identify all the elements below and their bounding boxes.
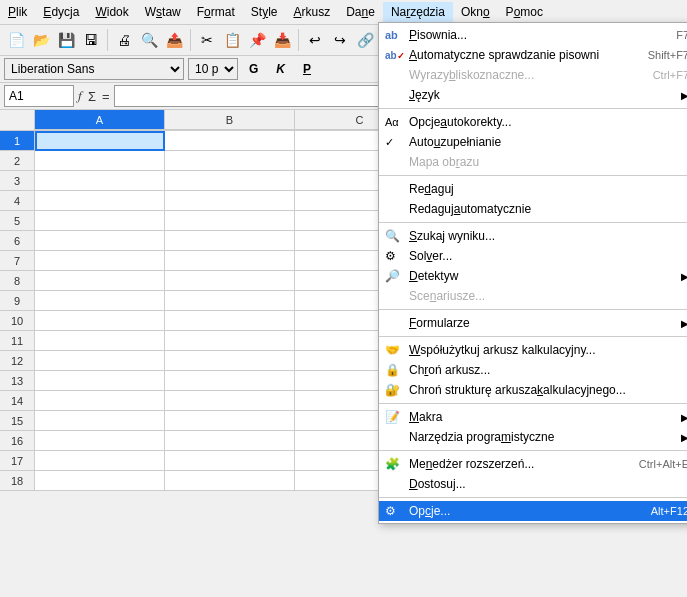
cell-a17[interactable]	[35, 451, 165, 471]
menu-solver[interactable]: ⚙ Solver...	[379, 246, 687, 266]
row-header-16[interactable]: 16	[0, 431, 35, 451]
cell-a2[interactable]	[35, 151, 165, 171]
cell-b14[interactable]	[165, 391, 295, 411]
cell-b15[interactable]	[165, 411, 295, 431]
row-header-18[interactable]: 18	[0, 471, 35, 491]
cell-a16[interactable]	[35, 431, 165, 451]
cell-a4[interactable]	[35, 191, 165, 211]
cell-b8[interactable]	[165, 271, 295, 291]
cell-b16[interactable]	[165, 431, 295, 451]
menu-redaguj[interactable]: Redaguj	[379, 179, 687, 199]
hyperlink-button[interactable]: 🔗	[353, 28, 377, 52]
cell-a15[interactable]	[35, 411, 165, 431]
menu-redaguj-auto[interactable]: Redaguj automatycznie	[379, 199, 687, 219]
row-header-3[interactable]: 3	[0, 171, 35, 191]
bold-button[interactable]: G	[242, 58, 265, 80]
cell-b11[interactable]	[165, 331, 295, 351]
italic-button[interactable]: K	[269, 58, 292, 80]
menu-format[interactable]: Format	[189, 2, 243, 22]
menu-dostosuj[interactable]: Dostosuj...	[379, 474, 687, 494]
new-button[interactable]: 📄	[4, 28, 28, 52]
row-header-13[interactable]: 13	[0, 371, 35, 391]
menu-wstaw[interactable]: Wstaw	[137, 2, 189, 22]
cell-a7[interactable]	[35, 251, 165, 271]
menu-mapa-obrazu[interactable]: Mapa obrazu	[379, 152, 687, 172]
row-header-6[interactable]: 6	[0, 231, 35, 251]
cell-b13[interactable]	[165, 371, 295, 391]
menu-opcje[interactable]: ⚙ Opcje...Alt+F12	[379, 501, 687, 521]
menu-menedzer-rozszerzen[interactable]: 🧩 Menedżer rozszerzeń...Ctrl+Alt+E	[379, 454, 687, 474]
open-button[interactable]: 📂	[29, 28, 53, 52]
menu-widok[interactable]: Widok	[87, 2, 136, 22]
col-header-b[interactable]: B	[165, 110, 295, 130]
menu-plik[interactable]: Plik	[0, 2, 35, 22]
cell-a11[interactable]	[35, 331, 165, 351]
row-header-1[interactable]: 1	[0, 131, 35, 151]
redo-button[interactable]: ↪	[328, 28, 352, 52]
cell-a8[interactable]	[35, 271, 165, 291]
row-header-10[interactable]: 10	[0, 311, 35, 331]
menu-detektyw[interactable]: 🔎 Detektyw▶	[379, 266, 687, 286]
print-button[interactable]: 🖨	[112, 28, 136, 52]
row-header-8[interactable]: 8	[0, 271, 35, 291]
paste-button[interactable]: 📌	[245, 28, 269, 52]
row-header-9[interactable]: 9	[0, 291, 35, 311]
menu-style[interactable]: Style	[243, 2, 286, 22]
menu-makra[interactable]: 📝 Makra▶	[379, 407, 687, 427]
function-wizard-icon[interactable]: 𝑓	[76, 88, 84, 104]
cell-a5[interactable]	[35, 211, 165, 231]
cell-a18[interactable]	[35, 471, 165, 491]
cell-b6[interactable]	[165, 231, 295, 251]
cell-a10[interactable]	[35, 311, 165, 331]
row-header-2[interactable]: 2	[0, 151, 35, 171]
menu-autokorekta[interactable]: Aα Opcje autokorekty...	[379, 112, 687, 132]
menu-autouzupelnianie[interactable]: ✓ Autouzupełnianie	[379, 132, 687, 152]
row-header-12[interactable]: 12	[0, 351, 35, 371]
cell-ref-input[interactable]	[4, 85, 74, 107]
menu-scenariusze[interactable]: Scenariusze...	[379, 286, 687, 306]
menu-okno[interactable]: Okno	[453, 2, 498, 22]
row-header-4[interactable]: 4	[0, 191, 35, 211]
paste2-button[interactable]: 📥	[270, 28, 294, 52]
sum-icon[interactable]: Σ	[86, 89, 98, 104]
cell-b10[interactable]	[165, 311, 295, 331]
col-header-a[interactable]: A	[35, 110, 165, 130]
menu-edycja[interactable]: Edycja	[35, 2, 87, 22]
menu-wspoluzytkuj[interactable]: 🤝 Współużytkuj arkusz kalkulacyjny...	[379, 340, 687, 360]
cell-b2[interactable]	[165, 151, 295, 171]
equals-icon[interactable]: =	[100, 89, 112, 104]
cell-a6[interactable]	[35, 231, 165, 251]
copy-button[interactable]: 📋	[220, 28, 244, 52]
font-size-select[interactable]: 10 pkt	[188, 58, 238, 80]
cell-a9[interactable]	[35, 291, 165, 311]
menu-dane[interactable]: Dane	[338, 2, 383, 22]
menu-arkusz[interactable]: Arkusz	[285, 2, 338, 22]
row-header-11[interactable]: 11	[0, 331, 35, 351]
menu-pomoc[interactable]: Pomoc	[498, 2, 551, 22]
menu-auto-spellcheck[interactable]: ab✓ Automatyczne sprawdzanie pisowniShif…	[379, 45, 687, 65]
cell-a12[interactable]	[35, 351, 165, 371]
cell-b5[interactable]	[165, 211, 295, 231]
menu-pisownia[interactable]: ab Pisownia...F7	[379, 25, 687, 45]
row-header-7[interactable]: 7	[0, 251, 35, 271]
cell-b7[interactable]	[165, 251, 295, 271]
menu-chron-arkusz[interactable]: 🔒 Chroń arkusz...	[379, 360, 687, 380]
cell-a3[interactable]	[35, 171, 165, 191]
font-name-select[interactable]: Liberation Sans	[4, 58, 184, 80]
save2-button[interactable]: 🖫	[79, 28, 103, 52]
undo-button[interactable]: ↩	[303, 28, 327, 52]
preview-button[interactable]: 🔍	[137, 28, 161, 52]
row-header-14[interactable]: 14	[0, 391, 35, 411]
menu-synonyms[interactable]: Wyrazy bliskoznaczne...Ctrl+F7	[379, 65, 687, 85]
save-button[interactable]: 💾	[54, 28, 78, 52]
cell-b4[interactable]	[165, 191, 295, 211]
menu-szukaj-wyniku[interactable]: 🔍 Szukaj wyniku...	[379, 226, 687, 246]
row-header-5[interactable]: 5	[0, 211, 35, 231]
cell-b12[interactable]	[165, 351, 295, 371]
row-header-15[interactable]: 15	[0, 411, 35, 431]
menu-chron-strukture[interactable]: 🔐 Chroń strukturę arkusza kalkulacyjnego…	[379, 380, 687, 400]
underline-button[interactable]: P	[296, 58, 318, 80]
menu-formularze[interactable]: Formularze▶	[379, 313, 687, 333]
menu-jezyk[interactable]: Język▶	[379, 85, 687, 105]
cell-b1[interactable]	[165, 131, 295, 151]
